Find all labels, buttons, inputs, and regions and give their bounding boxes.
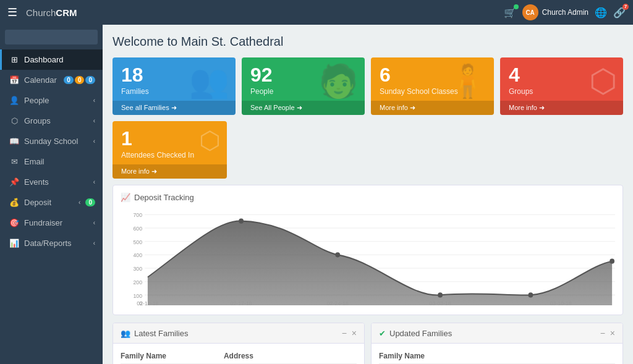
sidebar-label-people: People [24, 96, 88, 105]
people-label: People [250, 87, 356, 96]
families-card: 👥 18 Families See all Families ➜ [113, 57, 236, 115]
attendees-footer-text: More info ➜ [121, 167, 157, 176]
sidebar-search-container [0, 25, 103, 49]
families-footer[interactable]: See all Families ➜ [113, 101, 236, 115]
latest-families-body: Family Name Address + Smith 123 Main St. [113, 344, 364, 364]
hamburger-menu[interactable]: ☰ [7, 6, 17, 19]
top-nav: ☰ ChurchCRM 🛒 CA Church Admin 🌐 🔗7 [0, 0, 633, 25]
check-icon: ✔ [379, 329, 386, 338]
chart-dot-1 [239, 219, 244, 224]
globe-icon[interactable]: 🌐 [595, 7, 607, 19]
attendees-label: Attendees Checked In [121, 151, 218, 159]
svg-text:500: 500 [134, 239, 143, 245]
svg-text:03-03-18: 03-03-18 [430, 300, 451, 307]
deposit-chart-section: 📈 Deposit Tracking 700 600 500 [113, 185, 623, 315]
data-reports-arrow: ‹ [93, 240, 95, 247]
brand-crm: CRM [56, 7, 77, 18]
share-icon[interactable]: 🔗7 [613, 7, 626, 19]
events-arrow: ‹ [93, 179, 95, 185]
latest-families-table: Family Name Address + Smith 123 Main St. [121, 349, 357, 364]
updated-families-panel: ✔ Updated Families − × Family Name [371, 323, 623, 364]
close-icon[interactable]: × [610, 328, 615, 338]
sidebar-item-email[interactable]: ✉ Email [0, 151, 103, 172]
chart-icon: 📈 [121, 193, 130, 202]
people-arrow: ‹ [93, 97, 95, 104]
groups-icon: ⬡ [9, 116, 19, 125]
svg-text:600: 600 [134, 226, 143, 232]
updated-families-title: Updated Families [389, 329, 452, 338]
sidebar-item-groups[interactable]: ⬡ Groups ‹ [0, 111, 103, 131]
sunday-school-footer[interactable]: More info ➜ [371, 101, 494, 115]
chart-dot-5 [610, 259, 614, 264]
sidebar: ⊞ Dashboard 📅 Calendar 0 0 0 👤 People ‹ … [0, 25, 103, 364]
attendees-footer[interactable]: More info ➜ [113, 164, 227, 179]
sidebar-label-calendar: Calendar [24, 75, 59, 85]
chart-title-text: Deposit Tracking [134, 193, 194, 202]
sunday-school-icon: 📖 [9, 137, 19, 146]
sidebar-label-dashboard: Dashboard [24, 55, 95, 64]
people-icon: 👤 [9, 96, 19, 105]
brand-church: Church [26, 7, 56, 18]
page-title: Welcome to Main St. Cathedral [113, 35, 623, 49]
deposit-badge: 0 [85, 198, 95, 206]
sidebar-item-sunday-school[interactable]: 📖 Sunday School ‹ [0, 131, 103, 151]
badge-2: 0 [85, 76, 95, 84]
svg-text:02-17-18: 02-17-18 [231, 300, 252, 307]
groups-label: Groups [509, 87, 614, 96]
stat-cards-row2: ⬡ 1 Attendees Checked In More info ➜ [113, 121, 623, 179]
sidebar-label-events: Events [24, 177, 88, 187]
bottom-panels: 👥 Latest Families − × Family Name Addres… [113, 323, 623, 364]
sidebar-item-data-reports[interactable]: 📊 Data/Reports ‹ [0, 233, 103, 253]
people-footer[interactable]: See All People ➜ [242, 101, 365, 115]
share-badge: 7 [622, 4, 629, 10]
families-footer-text: See all Families ➜ [121, 104, 177, 112]
cart-icon[interactable]: 🛒 [504, 7, 516, 19]
close-icon[interactable]: × [352, 328, 357, 338]
latest-families-header: 👥 Latest Families − × [113, 323, 364, 344]
sidebar-item-people[interactable]: 👤 People ‹ [0, 90, 103, 111]
latest-families-title: Latest Families [134, 329, 188, 338]
chart-container: 700 600 500 400 300 200 100 0 [121, 208, 615, 307]
latest-families-title-container: 👥 Latest Families [121, 329, 188, 338]
families-label: Families [121, 87, 227, 96]
cart-badge [514, 4, 519, 9]
fundraiser-icon: 🎯 [9, 218, 19, 227]
minimize-icon[interactable]: − [342, 328, 347, 338]
sidebar-label-email: Email [24, 157, 95, 166]
updated-families-actions[interactable]: − × [600, 328, 615, 338]
groups-footer[interactable]: More info ➜ [500, 101, 623, 115]
chart-title: 📈 Deposit Tracking [121, 193, 615, 202]
latest-families-actions[interactable]: − × [342, 328, 357, 338]
sidebar-item-events[interactable]: 📌 Events ‹ [0, 172, 103, 192]
chart-dot-3 [438, 292, 443, 297]
sidebar-item-dashboard[interactable]: ⊞ Dashboard [0, 49, 103, 70]
sunday-school-label: Sunday School Classes [380, 87, 485, 96]
col-family-name: Family Name [121, 349, 224, 364]
minimize-icon[interactable]: − [600, 328, 605, 338]
updated-families-table: Family Name + Gordon [379, 349, 615, 364]
badge-1: 0 [75, 76, 85, 84]
svg-text:02-10-18: 02-10-18 [137, 300, 158, 307]
user-menu[interactable]: CA Church Admin [522, 4, 588, 20]
dashboard-icon: ⊞ [9, 55, 19, 64]
col-family-name-updated: Family Name [379, 349, 615, 364]
svg-text:03-10-18: 03-10-18 [550, 300, 572, 307]
groups-arrow: ‹ [93, 117, 95, 124]
sunday-school-arrow: ‹ [93, 138, 95, 145]
chart-dot-2 [335, 252, 340, 257]
sidebar-search-input[interactable] [5, 30, 98, 44]
calendar-icon: 📅 [9, 75, 19, 85]
updated-families-header: ✔ Updated Families − × [372, 323, 622, 344]
sunday-school-card: 🧍 6 Sunday School Classes More info ➜ [371, 57, 494, 115]
sidebar-item-fundraiser[interactable]: 🎯 Fundraiser ‹ [0, 213, 103, 233]
updated-families-title-container: ✔ Updated Families [379, 329, 452, 338]
sidebar-item-deposit[interactable]: 💰 Deposit ‹ 0 [0, 192, 103, 213]
user-avatar: CA [522, 4, 538, 20]
email-icon: ✉ [9, 157, 19, 166]
people-card: 🧑 92 People See All People ➜ [242, 57, 365, 115]
fundraiser-arrow: ‹ [93, 219, 95, 226]
attendees-card: ⬡ 1 Attendees Checked In More info ➜ [113, 121, 227, 179]
svg-text:200: 200 [134, 279, 143, 286]
sidebar-item-calendar[interactable]: 📅 Calendar 0 0 0 [0, 70, 103, 90]
data-reports-icon: 📊 [9, 239, 19, 248]
